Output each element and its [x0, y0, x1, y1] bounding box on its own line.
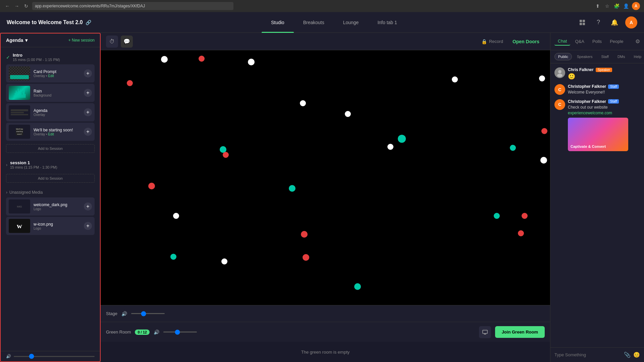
media-add-btn-rain[interactable]: +	[84, 89, 92, 97]
media-add-btn-starting-soon[interactable]: +	[84, 128, 92, 136]
chat-message-3: C Christopher Falkner Staff Check out ou…	[554, 99, 640, 152]
volume-slider[interactable]	[14, 356, 95, 357]
media-thumb-welcomedark: IMG	[9, 199, 30, 214]
svg-rect-4	[483, 330, 487, 334]
media-add-btn-cardprompt[interactable]: +	[84, 69, 92, 77]
nav-tab-studio[interactable]: Studio	[262, 12, 294, 33]
app-title: Welcome to Welcome Test 2.0 🔗	[7, 19, 91, 25]
nav-tab-breakouts[interactable]: Breakouts	[294, 12, 334, 33]
session-header-intro: ✓ Intro 15 mins (1:00 PM - 1:15 PM)	[6, 53, 95, 62]
share-icon[interactable]: ⬆	[594, 3, 601, 9]
floating-dot	[161, 56, 168, 63]
media-edit-link-starting-soon[interactable]: Edit	[48, 132, 54, 136]
refresh-button[interactable]: ↻	[23, 3, 30, 9]
filter-tab-speakers[interactable]: Speakers	[573, 53, 596, 60]
filter-tab-staff[interactable]: Staff	[597, 53, 612, 60]
media-card-starting-soon: We'll bestartingsoon! We'll be starting …	[6, 123, 95, 141]
chat-settings-icon[interactable]: ⚙	[635, 38, 640, 45]
floating-dot	[518, 230, 524, 236]
attachment-icon[interactable]: 📎	[624, 352, 631, 358]
session-header-1: › session 1 15 mins (1:15 PM - 1:30 PM)	[6, 160, 95, 169]
add-to-session-btn-intro[interactable]: Add to Session	[6, 144, 95, 153]
forward-button[interactable]: →	[13, 3, 20, 9]
record-button[interactable]: 🔒 Record	[481, 39, 503, 44]
svg-rect-0	[580, 20, 582, 22]
nav-tab-lounge[interactable]: Lounge	[334, 12, 368, 33]
media-name-agenda: Agenda	[34, 108, 80, 113]
extension-icon[interactable]: 🧩	[613, 3, 620, 9]
notifications-icon[interactable]: 🔔	[609, 17, 620, 28]
chat-tab-chat[interactable]: Chat	[554, 37, 570, 46]
join-green-room-button[interactable]: Join Green Room	[495, 326, 545, 338]
media-info-starting-soon: We'll be starting soon! Overlay • Edit	[34, 128, 80, 136]
media-name-rain: Rain	[34, 89, 80, 94]
center-area: ⏱ 💬 🔒 Record Open Doors Stage 🔊 Green Ro…	[101, 33, 550, 362]
sidebar-content: ✓ Intro 15 mins (1:00 PM - 1:15 PM) Card	[1, 47, 100, 351]
rain-wave	[12, 88, 27, 98]
media-type-wicon: Logo	[34, 227, 80, 230]
media-name-wicon: w-icon.png	[34, 222, 80, 227]
chat-toggle-button[interactable]: 💬	[121, 36, 133, 48]
back-button[interactable]: ←	[4, 3, 11, 9]
url-bar[interactable]	[32, 2, 233, 10]
nav-tabs: Studio Breakouts Lounge Info tab 1	[262, 12, 407, 33]
chat-input-area: 📎 😊	[550, 347, 644, 362]
green-room-empty-message: The green room is empty	[101, 342, 550, 362]
browser-user-avatar[interactable]: A	[632, 2, 640, 10]
media-card-cardprompt: Card Prompt Overlay • Edit +	[6, 64, 95, 82]
msg-link-3[interactable]: experiencewelcome.com	[568, 111, 612, 115]
grid-icon[interactable]	[577, 17, 588, 28]
stage-controls: Stage 🔊	[101, 305, 550, 322]
msg-name-2: Christopher Falkner	[568, 84, 606, 89]
timer-button[interactable]: ⏱	[106, 36, 118, 48]
green-room-volume-slider[interactable]	[163, 331, 197, 333]
chat-tab-polls[interactable]: Polls	[589, 38, 605, 45]
filter-tab-dms[interactable]: DMs	[614, 53, 629, 60]
chat-tab-people[interactable]: People	[606, 38, 627, 45]
session-item-1: › session 1 15 mins (1:15 PM - 1:30 PM) …	[1, 158, 100, 187]
media-add-btn-agenda[interactable]: +	[84, 108, 92, 116]
floating-dot	[303, 254, 309, 261]
screen-share-button[interactable]	[479, 326, 491, 338]
floating-dot	[354, 283, 361, 290]
chat-input[interactable]	[554, 352, 621, 357]
chat-tab-qa[interactable]: Q&A	[572, 38, 587, 45]
stage-volume-slider[interactable]	[131, 313, 165, 314]
media-type-welcomedark: Logo	[34, 207, 80, 211]
nav-tab-infotab1[interactable]: Info tab 1	[368, 12, 406, 33]
session-name-intro: Intro	[13, 53, 60, 58]
msg-content-3: Christopher Falkner Staff Check out our …	[568, 99, 640, 152]
filter-tab-public[interactable]: Public	[554, 53, 572, 60]
green-room-bar: Green Room 0 / 12 🔊 Join Green Room	[101, 322, 550, 342]
msg-header-1: Chris Falkner Speaker	[568, 67, 640, 72]
user-avatar[interactable]: A	[625, 16, 637, 28]
sidebar-footer: 🔊	[1, 351, 100, 361]
emoji-picker-icon[interactable]: 😊	[633, 352, 640, 358]
add-to-session-btn-1[interactable]: Add to Session	[6, 174, 95, 183]
svg-rect-3	[583, 23, 585, 25]
media-name-welcomedark: welcome_dark.png	[34, 202, 80, 207]
msg-text-2: Welcome Everyone!!	[568, 89, 640, 95]
bookmark-icon[interactable]: ☆	[604, 3, 610, 9]
floating-dot	[494, 213, 500, 219]
media-type-starting-soon: Overlay • Edit	[34, 132, 80, 136]
new-session-button[interactable]: + New session	[68, 38, 95, 43]
media-add-btn-welcomedark[interactable]: +	[84, 202, 92, 210]
title-text: Welcome to Welcome Test 2.0	[7, 19, 83, 25]
agenda-dropdown[interactable]: Agenda ▾	[6, 38, 28, 43]
media-info-wicon: w-icon.png Logo	[34, 222, 80, 230]
help-icon[interactable]: ?	[593, 17, 604, 28]
profile-icon[interactable]: 👤	[623, 3, 629, 9]
media-thumb-cardprompt	[9, 66, 30, 80]
media-add-btn-wicon[interactable]: +	[84, 222, 92, 230]
chat-message-1: Chris Falkner Speaker 🙂	[554, 67, 640, 80]
app-header: Welcome to Welcome Test 2.0 🔗 Studio Bre…	[0, 12, 644, 33]
media-edit-link-cardprompt[interactable]: Edit	[48, 74, 54, 78]
filter-tab-help[interactable]: Help	[630, 53, 644, 60]
link-icon[interactable]: 🔗	[86, 20, 91, 25]
main-layout: Agenda ▾ + New session ✓ Intro 15 mins (…	[0, 33, 644, 362]
unassigned-label: Unassigned Media	[9, 190, 43, 195]
open-doors-button[interactable]: Open Doors	[507, 37, 545, 46]
chevron-down-icon-unassigned: ›	[6, 190, 7, 195]
msg-badge-1: Speaker	[596, 68, 612, 72]
